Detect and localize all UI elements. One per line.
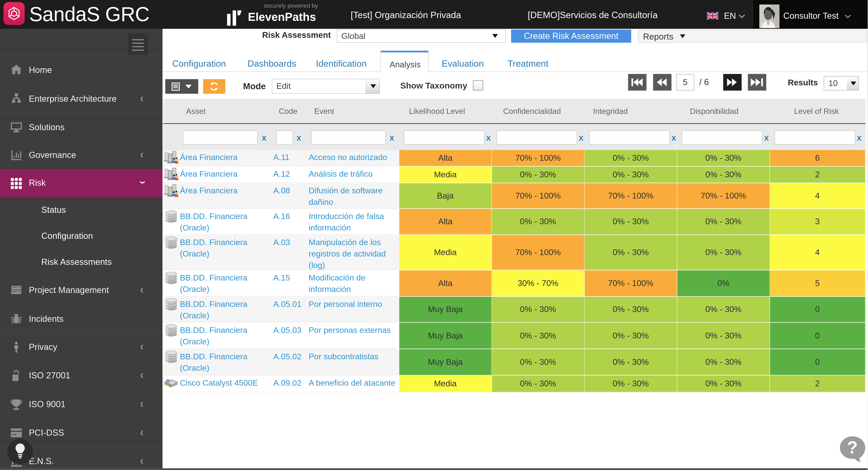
svg-text:?: ?: [847, 438, 858, 457]
